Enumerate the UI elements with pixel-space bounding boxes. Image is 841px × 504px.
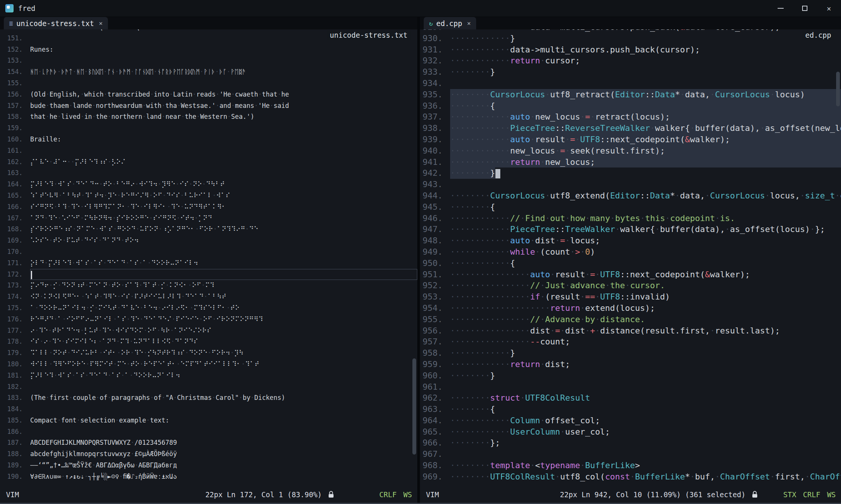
code-line-968[interactable]: 968.········template·<typename·BufferLik… [420,460,841,471]
code-line-186[interactable]: 186. [0,426,417,438]
minimize-button[interactable] [769,0,793,17]
code-line-158[interactable]: 158.that·he·lived·in·the·northern·land·n… [0,111,417,123]
code-line-961[interactable]: 961. [420,381,841,393]
code-line-187[interactable]: 187.ABCDEFGHIJKLMNOPQRSTUVWXYZ·/01234567… [0,437,417,449]
code-line-955[interactable]: 955.················//·Advance·by·distan… [420,314,841,325]
code-line-167[interactable]: 167.⠁⠝⠙·⠹⠑·⠡⠊⠑⠋·⠍⠳⠗⠝⠻⠲·⡎⠊⠗⠕⠕⠛⠑·⠎⠊⠛⠝⠫·⠊⠞⠲… [0,213,417,224]
code-line-967[interactable]: 967. [420,449,841,460]
code-line-161[interactable]: 161. [0,145,417,157]
code-line-964[interactable]: 964.············Column·offset_col; [420,415,841,426]
code-line-165[interactable]: 165.⠱⠁⠞⠑⠧⠻·⠁⠃⠳⠞·⠹⠁⠞⠲·⡹⠑·⠗⠑⠛⠊⠌⠻·⠕⠋·⠙⠊⠎·⠃⠥… [0,190,417,201]
code-line-152[interactable]: 152.Runes: [0,44,417,55]
code-line-963[interactable]: 963.········{ [420,404,841,415]
code-line-169[interactable]: 169.⠡⠕⠎⠑·⠞⠕·⠏⠥⠞·⠙⠊⠎·⠙⠁⠝⠙·⠞⠕⠲ [0,235,417,246]
whitespace-dot: · [550,326,555,335]
tab-unicode-stress-txt[interactable]: ≣ unicode-stress.txt ✕ [4,17,108,29]
code-line-185[interactable]: 185.Compact·font·selection·example·text: [0,415,417,426]
code-line-157[interactable]: 157.bude·thaem·lande·northweardum·with·t… [0,100,417,112]
code-line-153[interactable]: 153. [0,55,417,66]
code-line-944[interactable]: 944.········CursorLocus·utf8_extend(Edit… [420,190,841,201]
tab-close-icon[interactable]: ✕ [467,20,471,27]
code-line-948[interactable]: 948.············auto·dist·=·locus; [420,235,841,246]
code-line-962[interactable]: 962.········struct·UTF8ColResult [420,392,841,404]
code-line-183[interactable]: 183.(The·first·couple·of·paragraphs·of·"… [0,392,417,404]
code-line-959[interactable]: 959.············return·dist; [420,359,841,370]
code-line-932[interactable]: 932.············return·cursor; [420,55,841,66]
code-line-954[interactable]: 954.····················return·extend(lo… [420,303,841,314]
code-line-933[interactable]: 933.········} [420,66,841,78]
code-line-958[interactable]: 958.············} [420,347,841,359]
code-line-190[interactable]: 190.∀∂∈ℝ∧∪≡∞·↑↗↨↻⇣·┐┼╔╘░►☺♀·ﬁ�⑀₂ἠḂӥẄɐː⍎א… [0,471,417,482]
code-line-942[interactable]: 942.········} [420,167,841,179]
close-button[interactable]: ✕ [817,0,841,17]
right-scrollbar-thumb[interactable] [836,72,840,106]
code-line-969[interactable]: 969.········UTF8ColResult·utf8_col(const… [420,471,841,482]
code-token: count; [540,337,570,346]
whitespace-dot: · [201,281,205,289]
code-line-936[interactable]: 936.········{ [420,100,841,112]
code-line-172[interactable]: 172. [0,269,417,280]
lock-icon[interactable] [752,490,758,498]
code-line-946[interactable]: 946.············//·Find·out·how·many·byt… [420,213,841,224]
code-line-929[interactable]: 929.················data->multi_cursors.… [420,29,841,33]
left-code-area[interactable]: 150.๏·แล้วสอนว่าอย่าไว้ใจมนุษย์·มันแสนสุ… [0,29,417,486]
code-line-189[interactable]: 189.–—‘“”„†•…‰™œŠŸž€·ΑΒΓΔΩαβγδω·АБВГДабв… [0,460,417,471]
code-line-931[interactable]: 931.············data->multi_cursors.push… [420,44,841,55]
code-line-164[interactable]: 164.⡍⠜⠇⠑⠹·⠺⠁⠎·⠙⠑⠁⠙⠒·⠞⠕·⠃⠑⠛⠔·⠺⠊⠹⠲·⡹⠻⠑·⠊⠎·… [0,179,417,190]
code-line-941[interactable]: 941.············return·new_locus; [420,157,841,168]
whitespace-dot: · [188,281,192,289]
code-line-166[interactable]: 166.⠎⠊⠛⠝⠫·⠃⠹·⠹⠑·⠊⠇⠻⠛⠹⠍⠁⠝⠂·⠹⠑·⠊⠇⠻⠊⠂·⠹⠑·⠥⠝… [0,201,417,213]
code-line-160[interactable]: 160.Braille: [0,134,417,145]
code-line-170[interactable]: 170. [0,246,417,258]
code-line-179[interactable]: 179.⠩⠁⠇⠇·⠝⠕⠞·⠙⠊⠌⠥⠗⠃·⠊⠞⠂·⠕⠗·⠹⠑·⡊⠳⠝⠞⠗⠹⠰⠎·⠙… [0,347,417,359]
code-line-937[interactable]: 937.············auto·new_locus·=·retract… [420,111,841,123]
code-line-155[interactable]: 155. [0,78,417,89]
code-line-173[interactable]: 173.⡍⠔⠙⠖·⡊·⠙⠕⠝⠰⠞·⠍⠑⠁⠝·⠞⠕·⠎⠁⠹·⠹⠁⠞·⡊·⠅⠝⠪⠂·… [0,280,417,291]
code-token: retract(locus); [595,112,670,121]
tab-close-icon[interactable]: ✕ [99,20,103,27]
whitespace-dot: · [126,259,129,267]
code-line-177[interactable]: 177.⠔·⠹⠑·⠞⠗⠁⠙⠑⠲·⡃⠥⠞·⠹⠑·⠺⠊⠎⠙⠕⠍·⠕⠋·⠳⠗·⠁⠝⠊⠑… [0,325,417,337]
code-line-154[interactable]: 154.ᚻᛖ·ᚳᚹᚫᚦ·ᚦᚫᛏ·ᚻᛖ·ᛒᚢᛞᛖ·ᚩᚾ·ᚦᚫᛗ·ᛚᚪᚾᛞᛖ·ᚾᚩᚱ… [0,66,417,78]
code-line-953[interactable]: 953.················if·(result·==·UTF8::… [420,291,841,303]
maximize-button[interactable] [793,0,817,17]
code-line-945[interactable]: 945.········{ [420,201,841,213]
code-line-156[interactable]: 156.(Old·English,·which·transcribed·into… [0,89,417,100]
code-line-965[interactable]: 965.············UserColumn·user_col; [420,426,841,438]
code-line-950[interactable]: 950.············{ [420,258,841,269]
code-line-940[interactable]: 940.············new_locus·=·seek(result.… [420,145,841,157]
right-code-area[interactable]: 929.················data->multi_cursors.… [420,29,841,486]
code-line-180[interactable]: 180.⠺⠊⠇⠇·⠹⠻⠑⠋⠕⠗⠑·⠏⠻⠍⠊⠞·⠍⠑·⠞⠕·⠗⠑⠏⠑⠁⠞⠂·⠑⠍⠏… [0,359,417,370]
left-scrollbar-thumb[interactable] [412,358,416,455]
tab-ed-cpp[interactable]: ↻ ed.cpp ✕ [424,17,476,29]
code-line-966[interactable]: 966.········}; [420,437,841,449]
code-line-957[interactable]: 957.················--count; [420,336,841,347]
code-line-181[interactable]: 181.⡍⠜⠇⠑⠹·⠺⠁⠎·⠁⠎·⠙⠑⠁⠙·⠁⠎·⠁·⠙⠕⠕⠗⠤⠝⠁⠊⠇⠲ [0,370,417,381]
code-line-174[interactable]: 174.⠪⠝·⠅⠝⠪⠇⠫⠛⠑⠂·⠱⠁⠞·⠹⠻⠑·⠊⠎·⠏⠜⠞⠊⠊⠥⠇⠜⠇⠹·⠙⠑… [0,291,417,303]
code-line-952[interactable]: 952.················//·Just·advance·the·… [420,280,841,291]
code-line-188[interactable]: 188.abcdefghijklmnopqrstuvwxyz·£©µÀÆÖÞßé… [0,449,417,460]
code-line-934[interactable]: 934. [420,78,841,89]
code-line-938[interactable]: 938.············PieceTree::ReverseTreeWa… [420,123,841,134]
code-line-168[interactable]: 168.⡎⠊⠗⠕⠕⠛⠑⠰⠎·⠝⠁⠍⠑·⠺⠁⠎·⠛⠕⠕⠙·⠥⠏⠕⠝·⠰⡡⠁⠝⠛⠑⠂… [0,224,417,235]
code-line-947[interactable]: 947.············PieceTree::TreeWalker·wa… [420,224,841,235]
code-line-175[interactable]: 175.⠁·⠙⠕⠕⠗⠤⠝⠁⠊⠇⠲·⡊·⠍⠊⠣⠞·⠙⠁⠧⠑·⠃⠑⠲·⠔⠊⠇⠔⠫⠂·… [0,303,417,314]
code-line-943[interactable]: 943. [420,179,841,190]
pane-divider[interactable] [417,17,420,503]
code-line-930[interactable]: 930.············} [420,33,841,44]
lock-icon[interactable] [328,490,334,498]
code-line-935[interactable]: 935.········CursorLocus·utf8_retract(Edi… [420,89,841,100]
code-line-159[interactable]: 159. [0,123,417,134]
code-line-163[interactable]: 163. [0,167,417,179]
code-line-184[interactable]: 184. [0,404,417,415]
code-line-171[interactable]: 171.⡕⠇⠙·⡍⠜⠇⠑⠹·⠺⠁⠎·⠁⠎·⠙⠑⠁⠙·⠁⠎·⠁·⠙⠕⠕⠗⠤⠝⠁⠊⠇… [0,258,417,269]
code-line-182[interactable]: 182. [0,381,417,393]
code-line-956[interactable]: 956.················dist·=·dist·+·distan… [420,325,841,337]
code-line-960[interactable]: 960.········} [420,370,841,381]
code-line-949[interactable]: 949.············while·(count·>·0) [420,246,841,258]
code-line-939[interactable]: 939.············auto·result·=·UTF8::next… [420,134,841,145]
code-line-176[interactable]: 176.⠗⠑⠛⠜⠙·⠁·⠊⠕⠋⠋⠔⠤⠝⠁⠊⠇·⠁⠎·⠹⠑·⠙⠑⠁⠙⠑⠌·⠏⠊⠑⠊… [0,314,417,325]
code-line-951[interactable]: 951.················auto·result·=·UTF8::… [420,269,841,280]
code-line-162[interactable]: 162.⡌⠁⠧⠑·⠼⠁⠒··⡍⠜⠇⠑⠹⠰⠎·⡣⠕⠌ [0,157,417,168]
code-line-178[interactable]: 178.⠊⠎·⠔·⠹⠑·⠎⠊⠍⠊⠇⠑⠆·⠁⠝⠙·⠍⠹·⠥⠝⠙⠁⠇⠇⠪⠫·⠙⠁⠝⠙… [0,336,417,347]
